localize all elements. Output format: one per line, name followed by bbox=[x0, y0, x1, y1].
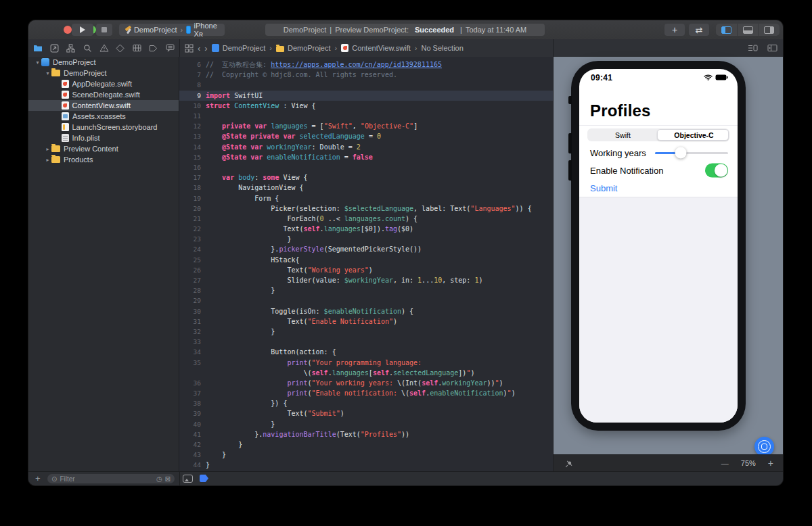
file-tree-row[interactable]: ContentView.swift bbox=[28, 100, 179, 111]
code-line[interactable]: 7// Copyright © hdjc8.com. All rights re… bbox=[179, 70, 553, 80]
source-control-filter-icon[interactable]: ⊠ bbox=[165, 475, 171, 483]
code-line[interactable]: 22 Text(self.languages[$0]).tag($0) bbox=[179, 224, 553, 234]
line-number[interactable]: 31 bbox=[179, 318, 206, 325]
code-line[interactable]: 12 private var languages = ["Swift", "Ob… bbox=[179, 121, 553, 131]
line-number[interactable]: 36 bbox=[179, 379, 206, 387]
line-number[interactable]: 20 bbox=[179, 205, 206, 212]
line-number[interactable]: 19 bbox=[179, 195, 206, 202]
code-line[interactable]: 14 @State var workingYear: Double = 2 bbox=[179, 142, 553, 152]
line-number[interactable]: 24 bbox=[179, 245, 206, 253]
code-line[interactable]: 39 Text("Submit") bbox=[179, 408, 553, 419]
find-navigator-icon[interactable] bbox=[82, 43, 93, 53]
code-line[interactable]: 15 @State var enableNotification = false bbox=[179, 152, 553, 162]
code-line[interactable]: 16 bbox=[179, 162, 553, 172]
code-line[interactable]: 44} bbox=[179, 460, 553, 470]
issue-navigator-icon[interactable] bbox=[99, 43, 110, 53]
breakpoint-navigator-icon[interactable] bbox=[148, 43, 159, 53]
line-number[interactable]: 16 bbox=[179, 164, 206, 171]
line-number[interactable]: 18 bbox=[179, 184, 206, 191]
editor-swap-button[interactable]: ⇄ bbox=[689, 24, 709, 36]
line-number[interactable]: 35 bbox=[179, 359, 206, 366]
breadcrumb-item-file[interactable]: ContentView.swift bbox=[341, 44, 411, 52]
code-line[interactable]: 40 } bbox=[179, 419, 553, 429]
code-line[interactable]: 23 } bbox=[179, 234, 553, 244]
code-line[interactable]: 29 bbox=[179, 295, 553, 306]
line-number[interactable]: 9 bbox=[179, 92, 206, 99]
breadcrumb-item-selection[interactable]: No Selection bbox=[421, 44, 463, 52]
line-number[interactable]: 13 bbox=[179, 133, 206, 140]
disclosure-triangle-icon[interactable]: ▾ bbox=[44, 70, 51, 76]
line-number[interactable]: 14 bbox=[179, 143, 206, 151]
line-number[interactable]: 26 bbox=[179, 266, 206, 274]
line-number[interactable]: 43 bbox=[179, 451, 206, 458]
filter-field[interactable]: ⊙ Filter ◷ ⊠ bbox=[47, 474, 175, 483]
recents-filter-icon[interactable]: ◷ bbox=[156, 475, 162, 483]
code-line[interactable]: 20 Picker(selection: $selectedLanguage, … bbox=[179, 204, 553, 214]
code-line[interactable]: 26 Text("Working years") bbox=[179, 265, 553, 275]
report-navigator-icon[interactable] bbox=[164, 43, 175, 53]
line-number[interactable]: 30 bbox=[179, 308, 206, 315]
add-editor-icon[interactable] bbox=[767, 44, 777, 52]
line-number[interactable]: 8 bbox=[179, 81, 206, 89]
code-line[interactable]: 38 }) { bbox=[179, 398, 553, 408]
code-line[interactable]: 28 } bbox=[179, 285, 553, 295]
zoom-in-button[interactable]: + bbox=[768, 458, 773, 469]
code-line[interactable]: \(self.languages[self.selectedLanguage])… bbox=[179, 368, 553, 378]
slider[interactable] bbox=[655, 152, 728, 154]
file-tree-row[interactable]: LaunchScreen.storyboard bbox=[28, 122, 179, 133]
code-line[interactable]: 27 Slider(value: $workingYear, in: 1...1… bbox=[179, 275, 553, 285]
disclosure-triangle-icon[interactable]: ▸ bbox=[44, 157, 51, 163]
live-preview-button[interactable] bbox=[754, 437, 774, 456]
run-button[interactable] bbox=[72, 24, 93, 36]
line-number[interactable]: 11 bbox=[179, 112, 206, 120]
forward-button[interactable]: › bbox=[204, 44, 207, 53]
toggle-debug-area-button[interactable] bbox=[738, 24, 759, 36]
submit-button[interactable]: Submit bbox=[590, 183, 617, 193]
code-line-current[interactable]: 9import SwiftUI bbox=[179, 91, 553, 101]
code-line[interactable]: 37 print("Enable notification: \(self.en… bbox=[179, 388, 553, 398]
source-control-navigator-icon[interactable] bbox=[49, 43, 60, 53]
line-number[interactable]: 22 bbox=[179, 225, 206, 233]
line-number[interactable]: 15 bbox=[179, 153, 206, 161]
code-line[interactable]: 42 } bbox=[179, 439, 553, 450]
line-number[interactable]: 44 bbox=[179, 461, 206, 469]
breadcrumb-item-group[interactable]: DemoProject bbox=[276, 44, 331, 52]
code-line[interactable]: 18 NavigationView { bbox=[179, 183, 553, 193]
file-tree-row[interactable]: Info.plist bbox=[28, 133, 179, 143]
code-line[interactable]: 30 Toggle(isOn: $enableNotification) { bbox=[179, 306, 553, 316]
file-tree-row[interactable]: ▸Products bbox=[28, 154, 179, 165]
add-file-button[interactable]: + bbox=[35, 473, 41, 483]
code-line[interactable]: 11 bbox=[179, 111, 553, 121]
line-number[interactable]: 25 bbox=[179, 256, 206, 264]
line-number[interactable]: 21 bbox=[179, 215, 206, 222]
code-line[interactable]: 21 ForEach(0 ..< languages.count) { bbox=[179, 214, 553, 224]
code-line[interactable]: 34 Button(action: { bbox=[179, 347, 553, 357]
line-number[interactable]: 6 bbox=[179, 61, 206, 68]
line-number[interactable]: 32 bbox=[179, 328, 206, 335]
source-editor[interactable]: 6// 互动教程合集: https://apps.apple.com/cn/ap… bbox=[179, 57, 553, 471]
code-line[interactable]: 13 @State private var selectedLanguage =… bbox=[179, 131, 553, 141]
code-line[interactable]: 43 } bbox=[179, 450, 553, 460]
disclosure-triangle-icon[interactable]: ▾ bbox=[34, 59, 41, 66]
file-tree-row[interactable]: ▸Preview Content bbox=[28, 143, 179, 154]
line-number[interactable]: 12 bbox=[179, 122, 206, 130]
file-tree-row[interactable]: AppDelegate.swift bbox=[28, 78, 179, 89]
code-line[interactable]: 10struct ContentView : View { bbox=[179, 101, 553, 111]
code-line[interactable]: 31 Text("Enable Notification") bbox=[179, 316, 553, 327]
line-number[interactable]: 29 bbox=[179, 297, 206, 304]
symbol-navigator-icon[interactable] bbox=[66, 43, 76, 53]
code-line[interactable]: 41 }.navigationBarTitle(Text("Profiles")… bbox=[179, 429, 553, 439]
line-number[interactable]: 37 bbox=[179, 389, 206, 397]
editor-options-icon[interactable] bbox=[748, 44, 758, 52]
back-button[interactable]: ‹ bbox=[198, 44, 200, 53]
line-number[interactable]: 40 bbox=[179, 421, 206, 428]
zoom-out-button[interactable]: — bbox=[721, 459, 729, 467]
slider-thumb[interactable] bbox=[675, 147, 686, 159]
file-tree-row[interactable]: ▾DemoProject bbox=[28, 57, 179, 68]
line-number[interactable]: 42 bbox=[179, 441, 206, 448]
code-line[interactable]: 25 HStack{ bbox=[179, 255, 553, 265]
code-line[interactable]: 8 bbox=[179, 80, 553, 90]
line-number[interactable]: 41 bbox=[179, 431, 206, 438]
code-line[interactable]: 35 print("Your programming language: bbox=[179, 357, 553, 367]
project-navigator-icon[interactable] bbox=[32, 43, 43, 53]
